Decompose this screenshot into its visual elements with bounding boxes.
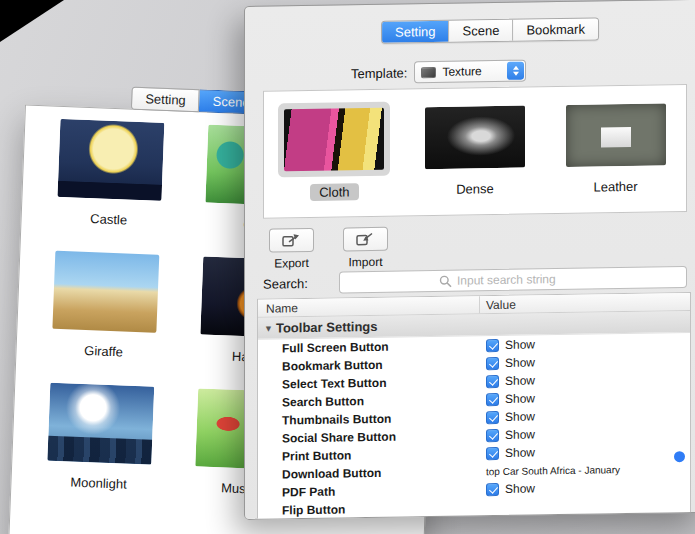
show-checkbox[interactable]: [486, 338, 499, 351]
search-label: Search:: [263, 275, 339, 291]
tab-setting[interactable]: Setting: [131, 87, 200, 113]
template-item-cloth[interactable]: Cloth: [264, 89, 405, 217]
row-name: Bookmark Button: [258, 358, 383, 374]
row-name: Print Button: [258, 448, 351, 463]
background-corner: [0, 0, 64, 42]
settings-window-tab-bar: Setting Scene Bookmark: [381, 17, 599, 43]
checkbox-label: Show: [505, 445, 535, 459]
import-export-buttons: Export Import: [269, 227, 388, 271]
row-name: PDF Path: [258, 485, 335, 500]
row-name: Full Screen Button: [258, 340, 389, 356]
import-button[interactable]: [343, 227, 388, 252]
download-filename-value[interactable]: top Car South Africa - January: [486, 464, 620, 477]
template-dropdown-value: Texture: [442, 64, 481, 79]
row-name: Download Button: [258, 466, 381, 482]
export-label: Export: [274, 256, 309, 271]
desktop-background: Setting Scene Castle Clas Giraffe: [0, 0, 695, 534]
scene-label: Giraffe: [84, 343, 123, 359]
row-name: Social Share Button: [258, 430, 396, 446]
template-dropdown[interactable]: Texture: [414, 60, 526, 84]
checkbox-label: Show: [505, 427, 535, 441]
column-header-name: Name: [266, 301, 298, 316]
scene-item-castle[interactable]: Castle: [48, 119, 171, 255]
template-label-leather: Leather: [594, 179, 638, 195]
template-chooser: Cloth Dense Leather: [263, 84, 687, 219]
checkbox-label: Show: [505, 355, 535, 369]
checkbox-label: Show: [505, 373, 535, 387]
search-icon: [439, 274, 452, 287]
export-icon: [281, 232, 303, 248]
row-name: Thumbnails Button: [258, 412, 391, 428]
group-label: Toolbar Settings: [276, 319, 378, 336]
show-checkbox[interactable]: [486, 446, 499, 459]
template-thumbnail-dense[interactable]: [425, 106, 525, 170]
settings-window: Setting Scene Bookmark Template: Texture…: [244, 0, 695, 520]
column-divider[interactable]: [479, 296, 480, 313]
import-icon: [355, 231, 377, 247]
tab-bookmark[interactable]: Bookmark: [512, 18, 598, 40]
settings-table: Name Value ▼ Toolbar Settings Full Scree…: [257, 292, 691, 520]
checkbox-label: Show: [505, 337, 535, 351]
tab-scene[interactable]: Scene: [449, 20, 513, 42]
search-row: Search:: [263, 266, 687, 295]
dropdown-stepper-icon[interactable]: [507, 62, 524, 80]
show-checkbox[interactable]: [486, 392, 499, 405]
scene-item-giraffe[interactable]: Giraffe: [43, 251, 166, 387]
checkbox-label: Show: [505, 409, 535, 423]
template-label-dense: Dense: [456, 181, 494, 197]
checkbox-label: Show: [505, 391, 535, 405]
scene-thumbnail-giraffe[interactable]: [52, 251, 159, 333]
show-checkbox[interactable]: [486, 428, 499, 441]
template-thumb-wrap: [560, 97, 672, 173]
row-name: Search Button: [258, 394, 364, 410]
texture-icon: [421, 66, 436, 77]
scene-label: Castle: [90, 211, 127, 227]
scene-thumbnail-castle[interactable]: [57, 119, 164, 201]
column-header-value: Value: [486, 298, 516, 312]
tab-setting[interactable]: Setting: [382, 21, 448, 43]
scene-thumbnail-moonlight[interactable]: [47, 383, 154, 465]
export-button[interactable]: [269, 228, 314, 253]
template-thumbnail-cloth[interactable]: [284, 108, 384, 172]
template-selection-highlight: [278, 102, 390, 178]
template-row: Template: Texture: [351, 60, 526, 85]
show-checkbox[interactable]: [486, 410, 499, 423]
template-item-dense[interactable]: Dense: [405, 87, 546, 215]
show-checkbox[interactable]: [486, 356, 499, 369]
disclosure-triangle-icon[interactable]: ▼: [264, 323, 273, 333]
checkbox-label: Show: [505, 481, 535, 495]
template-label-cloth: Cloth: [310, 183, 358, 201]
template-label: Template:: [351, 65, 407, 81]
search-input[interactable]: [457, 272, 587, 288]
row-name: Flip Button: [258, 502, 345, 517]
import-label: Import: [348, 255, 382, 270]
search-field[interactable]: [339, 266, 687, 293]
template-thumb-wrap: [419, 99, 531, 175]
scene-label: Moonlight: [70, 475, 127, 492]
scene-item-moonlight[interactable]: Moonlight: [38, 382, 161, 518]
template-thumbnail-leather[interactable]: [566, 103, 666, 167]
show-checkbox[interactable]: [486, 374, 499, 387]
template-item-leather[interactable]: Leather: [545, 85, 686, 213]
row-name: Select Text Button: [258, 376, 386, 392]
show-checkbox[interactable]: [486, 482, 499, 495]
